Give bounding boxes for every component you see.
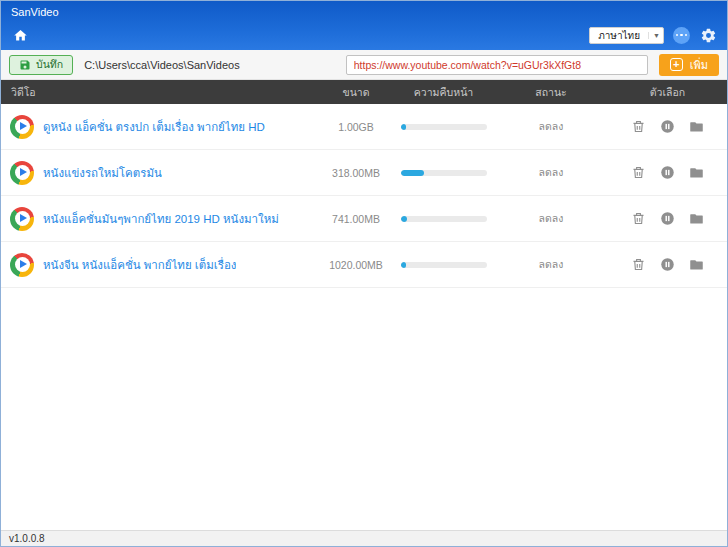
pause-icon — [660, 119, 675, 134]
progress-bar — [401, 262, 487, 268]
delete-button[interactable] — [631, 257, 646, 272]
chat-dot-icon — [680, 34, 683, 37]
settings-button[interactable] — [699, 26, 717, 44]
video-size: 318.00MB — [321, 167, 391, 179]
progress-fill — [401, 216, 407, 222]
open-folder-button[interactable] — [689, 165, 704, 180]
progress-cell — [391, 262, 496, 268]
video-size: 1020.00MB — [321, 259, 391, 271]
url-input[interactable] — [346, 55, 648, 75]
video-size: 741.00MB — [321, 213, 391, 225]
trash-icon — [631, 211, 646, 226]
delete-button[interactable] — [631, 165, 646, 180]
video-player-icon — [10, 207, 34, 231]
trash-icon — [631, 119, 646, 134]
video-player-icon — [10, 161, 34, 185]
trash-icon — [631, 257, 646, 272]
pause-icon — [660, 165, 675, 180]
video-title: หนังแข่งรถใหม่โคตรมัน — [43, 164, 162, 182]
progress-fill — [401, 124, 406, 130]
folder-icon — [689, 257, 704, 272]
video-status: ลดลง — [496, 164, 606, 181]
video-cell: หนังแข่งรถใหม่โคตรมัน — [1, 161, 321, 185]
pause-button[interactable] — [660, 119, 675, 134]
save-button-label: บันทึก — [36, 56, 63, 73]
pause-icon — [660, 211, 675, 226]
table-row: หนังแอ็คชั่นมันๆพากย์ไทย 2019 HD หนังมาใ… — [1, 196, 727, 242]
save-path: C:\Users\cca\Videos\SanVideos — [84, 59, 240, 71]
chat-dot-icon — [685, 34, 688, 37]
progress-fill — [401, 262, 406, 268]
pause-button[interactable] — [660, 211, 675, 226]
save-button[interactable]: บันทึก — [9, 55, 73, 75]
folder-icon — [689, 211, 704, 226]
table-row: หนังจีน หนังแอ็คชั่น พากย์ไทย เต็มเรื่อง… — [1, 242, 727, 288]
open-folder-button[interactable] — [689, 257, 704, 272]
options-cell — [606, 257, 728, 272]
column-header-video: วิดีโอ — [1, 84, 321, 101]
column-header-status: สถานะ — [496, 84, 606, 101]
gear-icon — [700, 27, 717, 44]
plus-icon: + — [670, 58, 683, 71]
delete-button[interactable] — [631, 119, 646, 134]
open-folder-button[interactable] — [689, 211, 704, 226]
home-icon — [13, 28, 28, 43]
progress-cell — [391, 124, 496, 130]
progress-bar — [401, 216, 487, 222]
column-header-progress: ความคืบหน้า — [391, 84, 496, 101]
video-cell: หนังจีน หนังแอ็คชั่น พากย์ไทย เต็มเรื่อง — [1, 253, 321, 277]
table-row: หนังแข่งรถใหม่โคตรมัน 318.00MB ลดลง — [1, 150, 727, 196]
navbar: ภาษาไทย ▼ — [1, 23, 727, 50]
folder-icon — [689, 119, 704, 134]
table-row: ดูหนัง แอ็คชั่น ตรงปก เต็มเรื่อง พากย์ไท… — [1, 104, 727, 150]
language-select-value: ภาษาไทย — [598, 28, 640, 43]
video-title: หนังจีน หนังแอ็คชั่น พากย์ไทย เต็มเรื่อง — [43, 256, 236, 274]
video-status: ลดลง — [496, 118, 606, 135]
pause-icon — [660, 257, 675, 272]
video-status: ลดลง — [496, 210, 606, 227]
chat-dot-icon — [676, 34, 679, 37]
progress-fill — [401, 170, 424, 176]
table-header: วิดีโอ ขนาด ความคืบหน้า สถานะ ตัวเลือก — [1, 80, 727, 104]
video-status: ลดลง — [496, 256, 606, 273]
feedback-chat-button[interactable] — [673, 27, 690, 44]
options-cell — [606, 165, 728, 180]
video-cell: ดูหนัง แอ็คชั่น ตรงปก เต็มเรื่อง พากย์ไท… — [1, 115, 321, 139]
video-title: หนังแอ็คชั่นมันๆพากย์ไทย 2019 HD หนังมาใ… — [43, 210, 279, 228]
column-header-size: ขนาด — [321, 84, 391, 101]
video-player-icon — [10, 253, 34, 277]
pause-button[interactable] — [660, 257, 675, 272]
options-cell — [606, 119, 728, 134]
progress-bar — [401, 124, 487, 130]
save-icon — [19, 59, 31, 71]
home-button[interactable] — [11, 26, 29, 44]
chevron-down-icon: ▼ — [648, 32, 660, 39]
video-cell: หนังแอ็คชั่นมันๆพากย์ไทย 2019 HD หนังมาใ… — [1, 207, 321, 231]
progress-cell — [391, 216, 496, 222]
progress-cell — [391, 170, 496, 176]
pause-button[interactable] — [660, 165, 675, 180]
delete-button[interactable] — [631, 211, 646, 226]
folder-icon — [689, 165, 704, 180]
video-title: ดูหนัง แอ็คชั่น ตรงปก เต็มเรื่อง พากย์ไท… — [43, 118, 265, 136]
header: SanVideo ภาษาไทย ▼ — [1, 1, 727, 50]
video-player-icon — [10, 115, 34, 139]
trash-icon — [631, 165, 646, 180]
progress-bar — [401, 170, 487, 176]
add-button-label: เพิ่ม — [690, 56, 708, 74]
language-select[interactable]: ภาษาไทย ▼ — [589, 27, 664, 44]
app-window: SanVideo ภาษาไทย ▼ — [0, 0, 728, 547]
version-label: v1.0.0.8 — [9, 533, 45, 544]
column-header-options: ตัวเลือก — [606, 84, 728, 101]
options-cell — [606, 211, 728, 226]
video-size: 1.00GB — [321, 121, 391, 133]
open-folder-button[interactable] — [689, 119, 704, 134]
app-title: SanVideo — [11, 6, 59, 18]
titlebar: SanVideo — [1, 1, 727, 23]
toolbar: บันทึก C:\Users\cca\Videos\SanVideos + เ… — [1, 50, 727, 80]
empty-list-area — [1, 288, 727, 530]
add-button[interactable]: + เพิ่ม — [659, 54, 719, 76]
status-bar: v1.0.0.8 — [1, 530, 727, 546]
